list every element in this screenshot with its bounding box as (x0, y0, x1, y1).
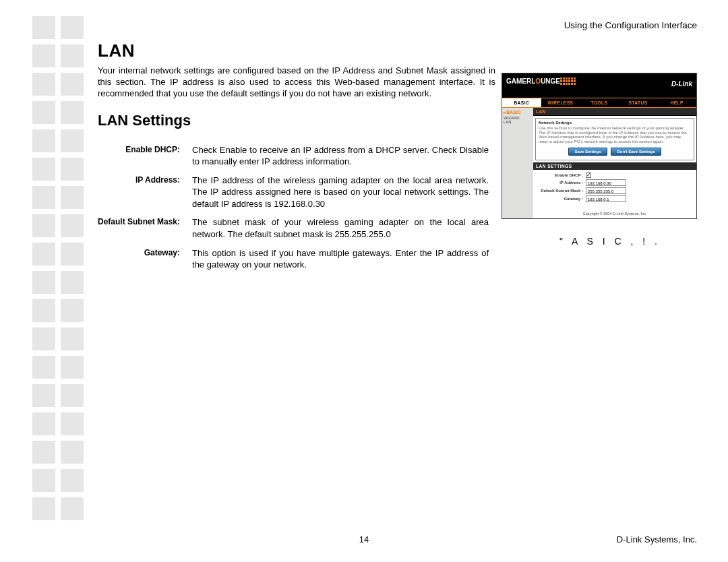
tab-help[interactable]: HELP (657, 98, 696, 107)
setting-desc: This option is used if you have multiple… (192, 247, 489, 278)
setting-label: IP Address: (98, 175, 192, 217)
enable-dhcp-checkbox[interactable] (586, 173, 591, 178)
brand-logo: GAMERLOUNGE (506, 77, 560, 85)
setting-desc: The subnet mask of your wireless gaming … (192, 216, 489, 247)
page-title: LAN (98, 40, 495, 61)
screenshot-sidebar: BASIC WIZARD LAN (502, 108, 533, 218)
tab-basic[interactable]: BASIC (502, 98, 541, 107)
network-settings-box: Network Settings Use this section to con… (535, 118, 694, 160)
sidebar-item-lan[interactable]: LAN (504, 120, 532, 124)
table-row: Gateway: This option is used if you have… (98, 247, 489, 278)
table-row: Default Subnet Mask: The subnet mask of … (98, 216, 489, 247)
figure-caption: " A S I C , ! . (559, 236, 661, 247)
tab-status[interactable]: STATUS (619, 98, 658, 107)
screenshot-header: GAMERLOUNGE D-Link (502, 73, 696, 98)
sidebar-heading: BASIC (504, 110, 532, 116)
gateway-input[interactable]: 192.168.0.1 (586, 195, 626, 202)
setting-label: Enable DHCP: (98, 144, 192, 175)
field-label-gateway: Gateway : (537, 197, 586, 201)
main-content: LAN Your internal network settings are c… (98, 40, 495, 278)
setting-label: Gateway: (98, 247, 192, 278)
section-bar-lan: LAN (533, 108, 696, 116)
table-row: Enable DHCP: Check Enable to receive an … (98, 144, 489, 175)
tab-bar: BASIC WIRELESS TOOLS STATUS HELP (502, 98, 696, 108)
settings-table: Enable DHCP: Check Enable to receive an … (98, 144, 489, 278)
page-number: 14 (359, 534, 369, 544)
section-title: LAN Settings (98, 112, 495, 129)
tab-wireless[interactable]: WIRELESS (541, 98, 580, 107)
table-row: IP Address: The IP address of the wirele… (98, 175, 489, 217)
save-settings-button[interactable]: Save Settings (568, 148, 607, 156)
dot-grid-icon (560, 77, 576, 85)
intro-text: Your internal network settings are confi… (98, 65, 495, 100)
dlink-logo: D-Link (671, 80, 692, 88)
setting-desc: The IP address of the wireless gaming ad… (192, 175, 489, 217)
tab-tools[interactable]: TOOLS (580, 98, 619, 107)
field-label-mask: Default Subnet Mask : (537, 189, 586, 193)
decorative-squares (32, 16, 86, 526)
screenshot-copyright: Copyright © 2004 D-Link Systems, Inc. (533, 209, 696, 218)
screenshot-main: LAN Network Settings Use this section to… (533, 108, 696, 218)
field-label-ip: IP Address : (537, 181, 586, 185)
brand-accent: O (535, 77, 541, 85)
footer-company: D-Link Systems, Inc. (617, 534, 697, 544)
lan-settings-bar: LAN SETTINGS (533, 162, 696, 170)
setting-desc: Check Enable to receive an IP address fr… (192, 144, 489, 175)
subnet-mask-input[interactable]: 255.255.255.0 (586, 187, 626, 194)
network-settings-text: Use this section to configure the intern… (539, 126, 691, 144)
ip-address-input[interactable]: 192.168.0.30 (586, 179, 626, 186)
interface-screenshot: GAMERLOUNGE D-Link BASIC WIRELESS TOOLS … (502, 73, 697, 219)
network-settings-title: Network Settings (539, 121, 691, 125)
header-breadcrumb: Using the Configuration Interface (564, 20, 697, 30)
field-label-dhcp: Enable DHCP : (537, 173, 586, 177)
lan-fields: Enable DHCP : IP Address : 192.168.0.30 … (533, 170, 696, 209)
setting-label: Default Subnet Mask: (98, 216, 192, 247)
dont-save-button[interactable]: Don't Save Settings (611, 148, 661, 156)
